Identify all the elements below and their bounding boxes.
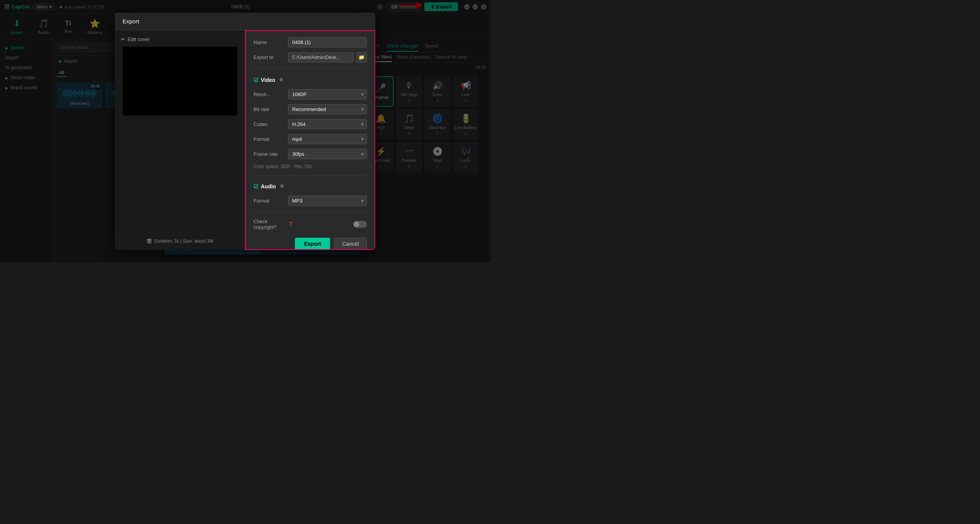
path-row: C:/Users/Admin/Desk... 📁 — [288, 52, 367, 63]
video-section-label: ☑ Video ⚙ — [254, 77, 367, 83]
copyright-label: Check copyright? — [254, 219, 284, 230]
audio-section-label: ☑ Audio ⚙ — [254, 183, 367, 189]
export-form: Name Export to C:/Users/Admin/Desk... 📁 — [245, 30, 375, 250]
bitrate-select[interactable]: Recommended Low Medium High — [288, 104, 367, 114]
name-label: Name — [254, 39, 284, 45]
preview-canvas — [123, 47, 237, 116]
copyright-toggle-wrapper — [353, 221, 367, 228]
export-dialog: Export ✏ Edit cover 🎬 Duration: 3s | Siz… — [115, 13, 375, 250]
audio-checkbox[interactable]: ☑ — [254, 183, 258, 189]
resolution-label: Resol... — [254, 91, 284, 97]
color-space-row: Color space: SDR - Rec.709 — [254, 164, 367, 169]
duration-size-text: Duration: 3s | Size: about 3M — [154, 238, 214, 244]
copyright-help-icon[interactable]: ❓ — [288, 222, 293, 227]
framerate-select-wrapper: 24fps 25fps 30fps 60fps ▾ — [288, 149, 367, 159]
video-settings-icon: ⚙ — [279, 77, 283, 82]
audio-format-label: Format — [254, 198, 284, 204]
bitrate-select-wrapper: Recommended Low Medium High ▾ — [288, 104, 367, 114]
copyright-row: Check copyright? ❓ — [254, 219, 367, 230]
export-dialog-body: ✏ Edit cover 🎬 Duration: 3s | Size: abou… — [115, 30, 375, 250]
export-path-text: C:/Users/Admin/Desk... — [288, 52, 354, 62]
name-input[interactable] — [288, 37, 367, 47]
framerate-select[interactable]: 24fps 25fps 30fps 60fps — [288, 149, 367, 159]
bitrate-row: Bit rate Recommended Low Medium High ▾ — [254, 104, 367, 114]
folder-browse-button[interactable]: 📁 — [356, 52, 367, 63]
framerate-label: Frame rate — [254, 151, 284, 157]
export-info: 🎬 Duration: 3s | Size: about 3M — [146, 234, 214, 244]
audio-settings-icon: ⚙ — [280, 184, 284, 189]
audio-format-select-wrapper: MP3 AAC WAV ▾ — [288, 196, 367, 206]
export-to-label: Export to — [254, 54, 284, 60]
video-checkbox[interactable]: ☑ — [254, 77, 258, 83]
format-row: Format mp4 mov avi ▾ — [254, 134, 367, 144]
edit-cover-icon: ✏ — [121, 36, 125, 42]
duration-size-icon: 🎬 — [146, 238, 152, 244]
codec-select-wrapper: H.264 H.265 ▾ — [288, 119, 367, 129]
export-dialog-title: Export — [115, 13, 375, 30]
framerate-row: Frame rate 24fps 25fps 30fps 60fps ▾ — [254, 149, 367, 159]
resolution-select-wrapper: 1080P 720P 2K 4K ▾ — [288, 89, 367, 100]
divider-1 — [254, 69, 367, 69]
format-select[interactable]: mp4 mov avi — [288, 134, 367, 144]
resolution-row: Resol... 1080P 720P 2K 4K ▾ — [254, 89, 367, 100]
copyright-toggle[interactable] — [353, 221, 367, 228]
audio-format-select[interactable]: MP3 AAC WAV — [288, 196, 367, 206]
folder-icon: 📁 — [358, 54, 365, 60]
dialog-buttons: Export Cancel — [254, 238, 367, 250]
color-space-text: Color space: SDR - Rec.709 — [254, 164, 311, 169]
export-to-row: Export to C:/Users/Admin/Desk... 📁 — [254, 52, 367, 63]
dialog-export-button[interactable]: Export — [295, 238, 330, 250]
divider-3 — [254, 212, 367, 212]
edit-cover-button[interactable]: ✏ Edit cover — [121, 36, 150, 42]
dialog-cancel-button[interactable]: Cancel — [334, 238, 367, 250]
toggle-knob — [354, 222, 359, 227]
format-label: Format — [254, 136, 284, 142]
codec-select[interactable]: H.264 H.265 — [288, 119, 367, 129]
audio-format-row: Format MP3 AAC WAV ▾ — [254, 196, 367, 206]
edit-cover-label: Edit cover — [128, 36, 150, 42]
divider-2 — [254, 175, 367, 176]
codec-row: Codec H.264 H.265 ▾ — [254, 119, 367, 129]
codec-label: Codec — [254, 121, 284, 127]
format-select-wrapper: mp4 mov avi ▾ — [288, 134, 367, 144]
export-preview-panel: ✏ Edit cover 🎬 Duration: 3s | Size: abou… — [115, 30, 245, 250]
export-dialog-overlay: Export ✏ Edit cover 🎬 Duration: 3s | Siz… — [0, 0, 490, 262]
bitrate-label: Bit rate — [254, 106, 284, 112]
resolution-select[interactable]: 1080P 720P 2K 4K — [288, 89, 367, 100]
name-row: Name — [254, 37, 367, 47]
